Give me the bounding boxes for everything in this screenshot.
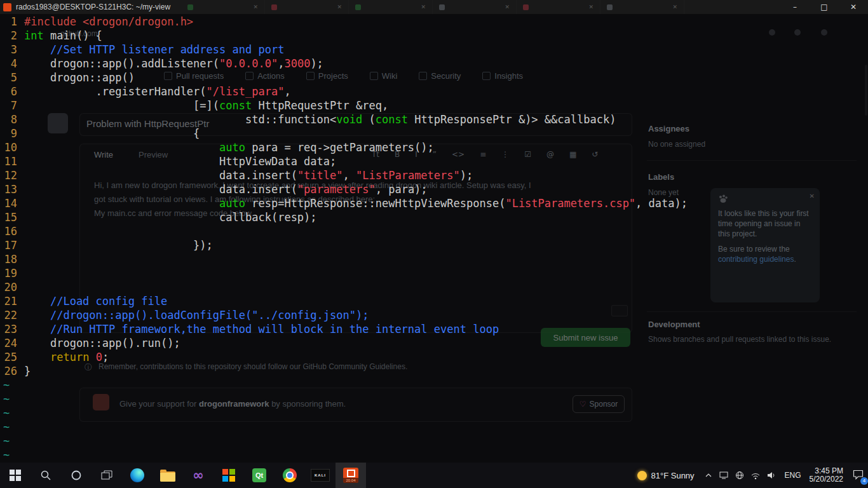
tab-favicon	[355, 4, 361, 10]
line-number: 21	[0, 294, 17, 308]
kali-button[interactable]: KALI	[305, 463, 336, 488]
code-line: 13 data.insert("parameters", para);	[0, 182, 868, 196]
code-line: 19	[0, 266, 868, 280]
qt-button[interactable]: Qt	[244, 463, 275, 488]
line-number: 3	[0, 43, 17, 57]
code-line: 1#include <drogon/drogon.h>	[0, 15, 868, 29]
tab-close-icon: ✕	[421, 4, 426, 10]
empty-line-marker: ~	[0, 392, 868, 406]
empty-line-marker: ~	[0, 420, 868, 434]
code-line: 9 {	[0, 126, 868, 140]
chrome-icon	[283, 468, 297, 482]
line-number: 10	[0, 140, 17, 154]
code-line: 18	[0, 252, 868, 266]
action-center-button[interactable]: 4	[852, 469, 864, 482]
browser-tab: ✕	[265, 0, 349, 14]
line-number: 24	[0, 336, 17, 350]
code-line: 5 drogon::app()	[0, 71, 868, 85]
line-number: 4	[0, 57, 17, 71]
tray-wifi-icon[interactable]	[750, 471, 761, 480]
code-line: 16	[0, 224, 868, 238]
browser-tab: ✕	[517, 0, 600, 14]
tab-close-icon: ✕	[253, 4, 258, 10]
line-number: 26	[0, 364, 17, 378]
file-explorer-button[interactable]	[153, 463, 183, 488]
line-number: 11	[0, 154, 17, 168]
visual-studio-button[interactable]: ∞	[183, 463, 214, 488]
chrome-button[interactable]	[275, 463, 305, 488]
sun-icon	[637, 471, 647, 480]
tab-close-icon: ✕	[337, 4, 342, 10]
tab-favicon	[271, 4, 277, 10]
minimize-button[interactable]: –	[780, 0, 810, 14]
ubuntu-terminal-icon: 20.04	[343, 468, 358, 483]
taskbar-clock[interactable]: 3:45 PM 5/20/2022	[810, 467, 843, 484]
weather-widget[interactable]: 81°F Sunny	[637, 471, 695, 480]
tab-close-icon: ✕	[672, 4, 677, 10]
tab-favicon	[607, 4, 613, 10]
empty-line-marker: ~	[0, 406, 868, 420]
line-number: 22	[0, 308, 17, 322]
line-number: 8	[0, 112, 17, 126]
edge-icon	[130, 468, 144, 482]
browser-tab: ✕	[349, 0, 433, 14]
task-view-button[interactable]	[92, 463, 122, 488]
code-line: 3 //Set HTTP listener address and port	[0, 43, 868, 57]
code-line: 25 return 0;	[0, 350, 868, 364]
weather-text: 81°F Sunny	[651, 471, 695, 480]
tab-favicon	[187, 4, 193, 10]
code-line: 23 //Run HTTP framework,the method will …	[0, 322, 868, 336]
code-editor[interactable]: 1#include <drogon/drogon.h>2int main() {…	[0, 14, 868, 463]
cortana-button[interactable]	[61, 463, 92, 488]
taskbar: ∞ Qt KALI 20.04 81°F Sunny ENG 3:45 PM 5…	[0, 463, 868, 488]
terminal-app-icon	[3, 3, 11, 11]
system-tray: 81°F Sunny ENG 3:45 PM 5/20/2022 4	[637, 463, 868, 488]
code-line: 6 .registerHandler("/list_para",	[0, 85, 868, 98]
close-button[interactable]: ✕	[839, 0, 868, 14]
line-number: 12	[0, 168, 17, 182]
line-number: 5	[0, 71, 17, 85]
file-explorer-icon	[160, 471, 175, 482]
line-number: 20	[0, 280, 17, 294]
code-line: 21 //Load config file	[0, 294, 868, 308]
terminal-titlebar[interactable]: ✕✕✕✕✕✕ rados1983@DESKTOP-S121H3C: ~/my-v…	[0, 0, 868, 14]
ubuntu-version-label: 20.04	[343, 478, 358, 483]
language-indicator[interactable]: ENG	[785, 471, 801, 480]
maximize-button[interactable]: □	[810, 0, 839, 14]
ubuntu-terminal-button[interactable]: 20.04	[336, 463, 366, 488]
line-number: 18	[0, 252, 17, 266]
line-number: 9	[0, 126, 17, 140]
code-line: 7 [=](const HttpRequestPtr &req,	[0, 98, 868, 112]
background-browser-tabstrip: ✕✕✕✕✕✕	[181, 0, 684, 14]
microsoft-app-button[interactable]	[214, 463, 244, 488]
notification-count-badge: 4	[860, 477, 868, 485]
browser-tab: ✕	[600, 0, 684, 14]
browser-tab: ✕	[181, 0, 265, 14]
edge-button[interactable]	[122, 463, 153, 488]
terminal-title: rados1983@DESKTOP-S121H3C: ~/my-view	[16, 3, 170, 11]
browser-tab: ✕	[433, 0, 517, 14]
line-number: 7	[0, 98, 17, 112]
tray-volume-icon[interactable]	[766, 471, 776, 480]
start-button[interactable]	[0, 463, 31, 488]
empty-line-marker: ~	[0, 448, 868, 462]
search-button[interactable]	[31, 463, 61, 488]
terminal-screen[interactable]: github.com Pull requestsActionsProjectsW…	[0, 14, 868, 463]
code-line: 17 });	[0, 238, 868, 252]
code-line: 20	[0, 280, 868, 294]
line-number: 2	[0, 29, 17, 43]
desktop-screen: ✕✕✕✕✕✕ rados1983@DESKTOP-S121H3C: ~/my-v…	[0, 0, 868, 488]
tab-close-icon: ✕	[588, 4, 593, 10]
microsoft-logo-icon	[222, 469, 235, 482]
line-number: 15	[0, 210, 17, 224]
line-number: 16	[0, 224, 17, 238]
line-number: 14	[0, 196, 17, 210]
tray-chevron-up-icon[interactable]	[705, 473, 712, 477]
tab-favicon	[439, 4, 445, 10]
line-number: 6	[0, 85, 17, 98]
tray-device-icon[interactable]	[719, 471, 729, 480]
tab-close-icon: ✕	[505, 4, 510, 10]
code-line: 2int main() {	[0, 29, 868, 43]
cortana-icon	[71, 470, 82, 481]
tray-network-icon[interactable]	[735, 471, 745, 480]
